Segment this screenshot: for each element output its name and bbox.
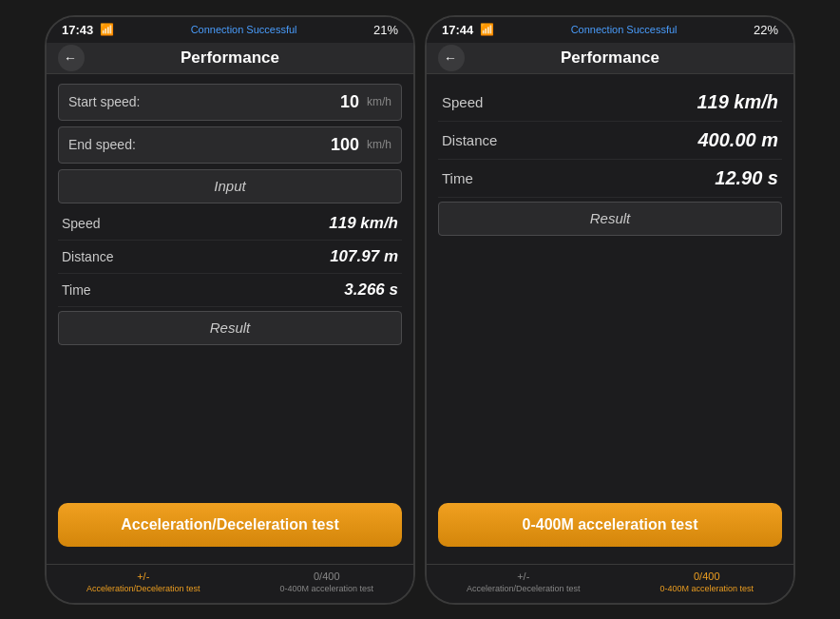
- tab-400m-2[interactable]: 0/400 0-400M acceleration test: [659, 571, 754, 593]
- tab-icon-400m-2: 0/400: [694, 571, 720, 582]
- tab-icon-accel-2: +/-: [517, 571, 529, 582]
- nav-title-1: Performance: [181, 48, 279, 68]
- status-time-2: 17:44: [442, 23, 473, 37]
- start-speed-unit: km/h: [367, 95, 391, 108]
- distance-value-2: 400.00 m: [697, 129, 778, 151]
- bluetooth-icon-1: 📶: [100, 23, 114, 36]
- tab-label-accel-1: Acceleration/Deceleration test: [86, 584, 200, 593]
- tab-accel-decel-2[interactable]: +/- Acceleration/Deceleration test: [467, 571, 581, 593]
- results-section-1: Speed 119 km/h Distance 107.97 m Time 3.…: [58, 207, 402, 307]
- phones-container: 17:43 📶 Connection Successful 21% ← Perf…: [45, 15, 795, 605]
- speed-value-1: 119 km/h: [329, 214, 398, 233]
- time-label-1: Time: [62, 282, 91, 298]
- end-speed-unit: km/h: [367, 138, 391, 151]
- input-section-header: Input: [58, 169, 402, 203]
- bottom-tabs-1: +/- Acceleration/Deceleration test 0/400…: [47, 564, 413, 603]
- battery-1: 21%: [373, 23, 398, 37]
- distance-label-2: Distance: [442, 132, 497, 148]
- content-2: Speed 119 km/h Distance 400.00 m Time 12…: [427, 74, 793, 564]
- end-speed-row[interactable]: End speed: 100 km/h: [58, 126, 402, 164]
- phone-2: 17:44 📶 Connection Successful 22% ← Perf…: [425, 15, 795, 605]
- bottom-tabs-2: +/- Acceleration/Deceleration test 0/400…: [427, 564, 793, 603]
- tab-label-400m-1: 0-400M acceleration test: [279, 584, 373, 593]
- action-button-1[interactable]: Acceleration/Deceleration test: [58, 503, 402, 547]
- tab-icon-400m-1: 0/400: [314, 571, 340, 582]
- tab-accel-decel-1[interactable]: +/- Acceleration/Deceleration test: [86, 571, 200, 593]
- content-1: Start speed: 10 km/h End speed: 100 km/h…: [47, 74, 413, 564]
- end-speed-value: 100: [331, 135, 359, 155]
- speed-result-row-1: Speed 119 km/h: [58, 207, 402, 241]
- back-button-2[interactable]: ←: [438, 45, 465, 71]
- back-button-1[interactable]: ←: [58, 45, 85, 71]
- distance-result-row-2: Distance 400.00 m: [438, 122, 782, 160]
- speed-label-2: Speed: [442, 94, 483, 110]
- start-speed-label: Start speed:: [68, 94, 340, 109]
- action-button-2[interactable]: 0-400M acceleration test: [438, 503, 782, 547]
- status-bar-1: 17:43 📶 Connection Successful 21%: [47, 17, 413, 43]
- status-time-1: 17:43: [62, 23, 93, 37]
- distance-label-1: Distance: [62, 249, 113, 264]
- start-speed-row[interactable]: Start speed: 10 km/h: [58, 84, 402, 121]
- time-result-row-2: Time 12.90 s: [438, 160, 782, 198]
- tab-icon-accel-1: +/-: [137, 571, 149, 582]
- time-result-row-1: Time 3.266 s: [58, 274, 402, 307]
- distance-result-row-1: Distance 107.97 m: [58, 241, 402, 274]
- distance-value-1: 107.97 m: [330, 247, 398, 266]
- battery-2: 22%: [754, 23, 778, 37]
- bluetooth-icon-2: 📶: [480, 23, 494, 36]
- tab-label-accel-2: Acceleration/Deceleration test: [467, 584, 581, 593]
- result-section-header-1: Result: [58, 311, 402, 345]
- speed-label-1: Speed: [62, 216, 100, 231]
- status-bar-2: 17:44 📶 Connection Successful 22%: [427, 17, 793, 43]
- phone-1: 17:43 📶 Connection Successful 21% ← Perf…: [45, 15, 415, 605]
- nav-bar-1: ← Performance: [47, 43, 413, 74]
- end-speed-label: End speed:: [68, 137, 331, 152]
- start-speed-value: 10: [340, 92, 359, 112]
- nav-title-2: Performance: [561, 48, 659, 68]
- result-section-header-2: Result: [438, 202, 782, 236]
- tab-400m-1[interactable]: 0/400 0-400M acceleration test: [279, 571, 373, 593]
- time-value-1: 3.266 s: [344, 280, 398, 300]
- speed-value-2: 119 km/h: [697, 91, 778, 113]
- connection-status-2: Connection Successful: [571, 24, 678, 35]
- time-value-2: 12.90 s: [715, 167, 778, 189]
- results-section-2: Speed 119 km/h Distance 400.00 m Time 12…: [438, 84, 782, 198]
- speed-result-row-2: Speed 119 km/h: [438, 84, 782, 122]
- tab-label-400m-2: 0-400M acceleration test: [659, 584, 754, 593]
- nav-bar-2: ← Performance: [427, 43, 793, 74]
- connection-status-1: Connection Successful: [191, 24, 297, 35]
- time-label-2: Time: [442, 170, 473, 186]
